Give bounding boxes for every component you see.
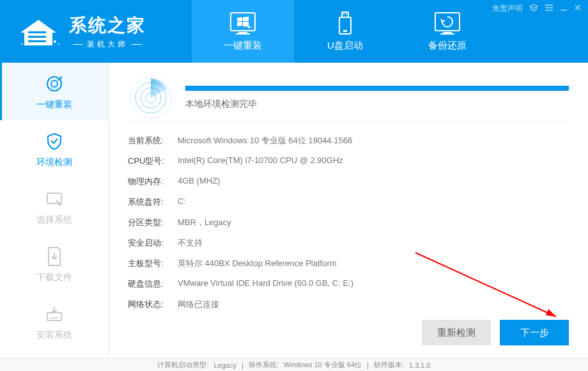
sidebar-item-reinstall[interactable]: 一键重装 [0,63,108,120]
svg-point-5 [21,43,23,45]
spec-row: 安全启动:不支持 [128,233,569,253]
shield-check-icon [45,130,64,153]
spec-label: 安全启动: [128,237,178,249]
svg-rect-7 [238,32,247,33]
svg-rect-2 [28,40,46,42]
spec-row: CPU型号:Intel(R) Core(TM) i7-10700 CPU @ 2… [128,151,569,171]
spec-value: 英特尔 440BX Desktop Reference Platform [178,258,569,269]
status-boot-value: Legacy [213,361,236,369]
brand-title: 系统之家 [69,13,146,38]
logo-icon [14,13,63,49]
svg-rect-9 [342,12,348,17]
usb-icon [336,12,355,36]
tab-usb-boot[interactable]: U盘启动 [294,0,396,63]
spec-list: 当前系统:Microsoft Windows 10 专业版 64位 19044.… [128,130,569,315]
install-icon [45,303,64,326]
header-controls: 免责声明 [492,3,582,14]
sidebar-item-select-system[interactable]: 选择系统 [0,178,108,235]
svg-rect-13 [343,30,347,32]
header: 系统之家 装机大师 一键重装 U盘启动 备份还原 免责声明 [0,0,588,63]
svg-rect-16 [440,33,454,35]
tab-reinstall[interactable]: 一键重装 [192,0,294,63]
svg-point-24 [51,81,58,87]
spec-value: 不支持 [178,237,569,249]
spec-value: C: [178,196,569,208]
sidebar-item-label: 下载文件 [36,272,72,283]
spec-value: 4GB (MHZ) [178,176,569,187]
next-button[interactable]: 下一步 [500,320,569,345]
spec-row: 分区类型:MBR，Legacy [128,212,569,233]
spec-label: 当前系统: [128,135,178,146]
sidebar-item-label: 选择系统 [36,214,72,226]
status-boot-label: 计算机启动类型: [157,360,208,370]
sidebar-item-label: 环境检测 [36,157,72,168]
svg-rect-8 [236,33,250,35]
spec-row: 主板型号:英特尔 440BX Desktop Reference Platfor… [128,253,569,274]
brand-subtitle: 装机大师 [69,39,146,50]
svg-point-3 [54,40,56,43]
sidebar-item-label: 安装系统 [36,329,72,341]
status-ver-value: 1.3.1.0 [409,361,431,369]
main-panel: 本地环境检测完毕 当前系统:Microsoft Windows 10 专业版 6… [109,63,588,358]
detect-right: 本地环境检测完毕 [185,86,569,110]
spec-value: MBR，Legacy [178,217,569,228]
detect-header: 本地环境检测完毕 [128,74,569,122]
target-icon [45,72,64,95]
spec-label: 主板型号: [128,258,178,269]
progress-bar [185,86,569,91]
spec-label: 物理内存: [128,176,178,187]
tab-label: 一键重装 [224,40,262,52]
spec-row: 系统盘符:C: [128,192,569,212]
tab-label: U盘启动 [327,40,363,52]
minimize-icon[interactable] [560,4,568,13]
logo-area: 系统之家 装机大师 [0,0,192,63]
spec-row: 当前系统:Microsoft Windows 10 专业版 64位 19044.… [128,130,569,151]
sidebar-item-label: 一键重装 [36,99,72,111]
action-bar: 重新检测 下一步 [422,320,569,345]
body: 一键重装 环境检测 选择系统 下载文件 安装系统 [0,63,588,358]
windows-install-icon [229,12,256,36]
backup-icon [434,12,461,36]
svg-rect-10 [343,13,344,15]
svg-rect-26 [47,313,61,320]
svg-rect-15 [443,32,452,33]
detect-status: 本地环境检测完毕 [185,99,569,110]
spec-label: 分区类型: [128,217,178,228]
sidebar-item-download[interactable]: 下载文件 [0,235,108,293]
spec-value: 网络已连接 [178,299,569,310]
spec-label: CPU型号: [128,155,178,167]
menu-icon[interactable] [545,4,553,13]
spec-label: 网络状态: [128,299,178,310]
recheck-button[interactable]: 重新检测 [422,320,491,345]
sidebar-item-install[interactable]: 安装系统 [0,293,108,351]
radar-icon [128,75,174,121]
status-os-label: 操作系统: [249,360,279,370]
logo-text: 系统之家 装机大师 [69,13,146,50]
spec-value: VMware Virtual IDE Hard Drive (60.0 GB, … [178,278,569,290]
spec-row: 硬盘信息:VMware Virtual IDE Hard Drive (60.0… [128,274,569,294]
status-ver-label: 软件版本: [374,360,404,370]
svg-rect-0 [28,31,46,33]
svg-point-4 [58,43,60,45]
spec-value: Microsoft Windows 10 专业版 64位 19044.1566 [178,135,569,146]
select-system-icon [45,187,64,210]
svg-rect-14 [435,13,460,31]
svg-rect-1 [28,36,46,38]
spec-label: 系统盘符: [128,196,178,208]
spec-label: 硬盘信息: [128,278,178,290]
download-file-icon [46,245,63,268]
svg-rect-11 [346,13,347,15]
graduation-icon[interactable] [529,4,538,13]
spec-row: 物理内存:4GB (MHZ) [128,171,569,192]
statusbar: 计算机启动类型: Legacy | 操作系统: Windows 10 专业版 6… [0,358,588,371]
status-os-value: Windows 10 专业版 64位 [284,360,362,370]
sidebar: 一键重装 环境检测 选择系统 下载文件 安装系统 [0,63,109,358]
close-icon[interactable] [574,4,582,13]
tab-label: 备份还原 [428,40,467,52]
top-tabs: 一键重装 U盘启动 备份还原 [192,0,499,63]
spec-row: 网络状态:网络已连接 [128,294,569,315]
sidebar-item-env-check[interactable]: 环境检测 [0,120,108,178]
tab-backup-restore[interactable]: 备份还原 [396,0,499,63]
spec-value: Intel(R) Core(TM) i7-10700 CPU @ 2.90GHz [178,155,569,167]
disclaimer-link[interactable]: 免责声明 [492,3,523,14]
